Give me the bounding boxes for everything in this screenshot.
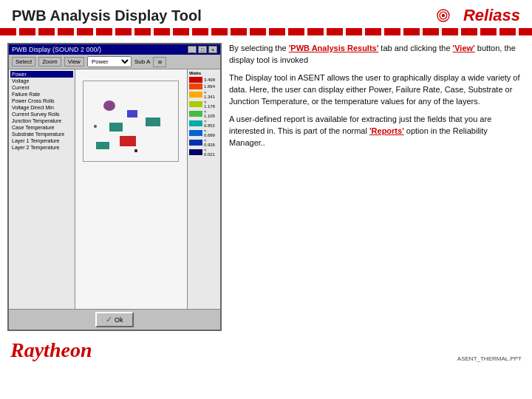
main-content: PWB Display (SOUND 2 000/) _ □ × Select … xyxy=(0,43,532,331)
pwb-footer: ✓ Ok xyxy=(9,309,220,330)
page-title: PWB Analysis Display Tool xyxy=(12,7,202,24)
legend-value-3: < 1.341 xyxy=(204,90,219,99)
legend-color-7 xyxy=(189,130,202,136)
menu-item-power-cross[interactable]: Power Cross Rolls xyxy=(10,98,73,104)
component-1 xyxy=(103,100,115,111)
maximize-btn[interactable]: □ xyxy=(198,46,207,53)
legend-color-3 xyxy=(189,92,202,98)
paragraph-3: A user-defined report is available for e… xyxy=(229,114,525,149)
raytheon-logo: Raytheon xyxy=(10,338,92,362)
pwb-canvas xyxy=(75,69,187,318)
ok-button[interactable]: ✓ Ok xyxy=(95,312,133,327)
menu-item-substrate-temp[interactable]: Substrate Temperature xyxy=(10,131,73,137)
legend-color-8 xyxy=(189,140,202,146)
legend-item-6: < 0.852 xyxy=(189,119,219,128)
highlight-pwb-results: 'PWB Analysis Results' xyxy=(289,44,379,52)
legend-value-8: < 0.926 xyxy=(204,138,219,147)
legend-color-6 xyxy=(189,120,202,126)
pwb-menu-panel: Power Voltage Current Failure Rate Power… xyxy=(9,69,75,318)
legend-item-3: < 1.341 xyxy=(189,90,219,99)
pcb-board-outline xyxy=(83,81,179,162)
paragraph-1: By selecting the 'PWB Analysis Results' … xyxy=(229,43,525,66)
page-header: PWB Analysis Display Tool Reliass xyxy=(0,0,532,28)
text-panel: By selecting the 'PWB Analysis Results' … xyxy=(229,43,525,331)
logo-icon xyxy=(437,7,460,24)
component-dot xyxy=(94,125,97,128)
component-6 xyxy=(96,142,109,149)
select-button[interactable]: Select xyxy=(12,57,35,66)
legend-item-1: 3.498 xyxy=(189,77,219,83)
legend-item-2: 1.894 xyxy=(189,83,219,89)
close-btn[interactable]: × xyxy=(208,46,217,53)
legend-item-7: < 0.689 xyxy=(189,129,219,137)
menu-item-current-survey[interactable]: Current Survey Rolls xyxy=(10,111,73,117)
menu-item-case-temp[interactable]: Case Temperature xyxy=(10,124,73,131)
menu-item-power[interactable]: Power xyxy=(10,71,73,78)
legend-value-6: < 0.852 xyxy=(204,119,219,128)
view-button[interactable]: View xyxy=(64,57,84,66)
legend-item-5: < 1.105 xyxy=(189,109,219,118)
legend-value-4: < 1.178 xyxy=(204,100,219,109)
menu-item-junction-temp[interactable]: Junction Temperature xyxy=(10,117,73,124)
paragraph-2: The Display tool in ASENT allows the use… xyxy=(229,72,525,108)
slide-ref-text: ASENT_THERMAL.PPT xyxy=(457,355,522,362)
component-4 xyxy=(146,117,160,126)
component-2 xyxy=(109,123,123,132)
component-dot2 xyxy=(134,149,137,152)
legend-value-7: < 0.689 xyxy=(204,129,219,137)
pwb-legend: Watts 3.498 1.894 < 1.341 < 1.178 xyxy=(187,69,220,318)
legend-item-9: < 0.021 xyxy=(189,148,219,157)
menu-item-layer1-temp[interactable]: Layer 1 Temperature xyxy=(10,137,73,144)
pwb-body: Power Voltage Current Failure Rate Power… xyxy=(9,69,220,318)
menu-item-layer2-temp[interactable]: Layer 2 Temperature xyxy=(10,144,73,151)
minimize-btn[interactable]: _ xyxy=(188,46,197,53)
legend-color-5 xyxy=(189,111,202,117)
legend-value-2: 1.894 xyxy=(204,84,215,89)
checkmark-icon: ✓ xyxy=(106,315,112,324)
legend-value-5: < 1.105 xyxy=(204,109,219,118)
legend-color-9 xyxy=(189,149,202,155)
component-5 xyxy=(120,136,136,146)
svg-point-2 xyxy=(442,14,445,17)
view-select[interactable]: Power Voltage Current Failure Rate xyxy=(87,56,132,67)
legend-color-4 xyxy=(189,101,202,107)
logo-area: Reliass xyxy=(437,6,520,25)
logo-text: Reliass xyxy=(463,6,520,25)
raytheon-text: Raytheon xyxy=(10,338,92,361)
menu-item-voltage[interactable]: Voltage xyxy=(10,78,73,84)
pwb-title-text: PWB Display (SOUND 2 000/) xyxy=(12,46,101,53)
legend-item-4: < 1.178 xyxy=(189,100,219,109)
legend-color-2 xyxy=(189,83,202,89)
legend-value-1: 3.498 xyxy=(204,78,215,82)
pwb-toolbar: Select Zoom View Power Voltage Current F… xyxy=(9,55,220,69)
zoom-button[interactable]: Zoom xyxy=(38,57,61,66)
highlight-reports: 'Reports' xyxy=(369,126,404,135)
grid-button[interactable]: ⊞ xyxy=(153,57,166,67)
menu-item-failure-rate[interactable]: Failure Rate xyxy=(10,91,73,98)
component-3 xyxy=(127,110,137,117)
titlebar-buttons: _ □ × xyxy=(188,46,217,53)
menu-item-voltage-direct[interactable]: Voltage Direct Min xyxy=(10,104,73,111)
pwb-display-window: PWB Display (SOUND 2 000/) _ □ × Select … xyxy=(7,43,222,331)
sub-label: Sub A xyxy=(134,58,150,65)
legend-header: Watts xyxy=(189,71,219,75)
legend-item-8: < 0.926 xyxy=(189,138,219,147)
menu-item-current[interactable]: Current xyxy=(10,84,73,91)
red-stripe-divider xyxy=(0,28,532,35)
legend-value-9: < 0.021 xyxy=(204,148,219,157)
pwb-titlebar: PWB Display (SOUND 2 000/) _ □ × xyxy=(9,44,220,55)
highlight-view: 'View' xyxy=(453,44,475,52)
legend-color-1 xyxy=(189,77,202,83)
bottom-area: Raytheon ASENT_THERMAL.PPT xyxy=(0,334,532,365)
